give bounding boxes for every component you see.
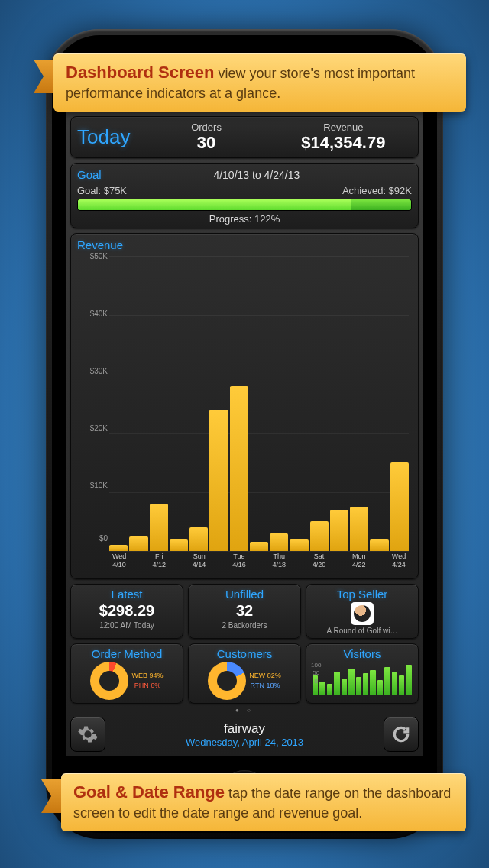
page-indicator[interactable]: ● ○ (70, 707, 419, 714)
customers-rtn: RTN 18% (249, 681, 281, 691)
customers-donut (208, 662, 246, 700)
visitors-y-axis: 100500 (311, 662, 321, 685)
topseller-thumb (351, 602, 374, 625)
settings-button[interactable] (70, 717, 105, 752)
latest-tile[interactable]: Latest $298.29 12:00 AM Today (70, 584, 183, 639)
orders-value: 30 (138, 133, 274, 153)
chart-title: Revenue (77, 238, 412, 251)
app-screen: Today Orders 30 Revenue $14,354.79 Goal … (66, 112, 423, 756)
tiles-row-2: Order Method WEB 94% PHN 6% Customers (70, 643, 419, 704)
topseller-tile[interactable]: Top Seller A Round of Golf wi… (306, 584, 419, 639)
progress-label: Progress: 122% (77, 213, 412, 225)
goal-amount: Goal: $75K (77, 185, 127, 196)
goal-card[interactable]: Goal 4/10/13 to 4/24/13 Goal: $75K Achie… (70, 163, 419, 228)
ordermethod-donut (90, 662, 128, 700)
customers-title: Customers (192, 647, 297, 660)
phone-inner: Today Orders 30 Revenue $14,354.79 Goal … (52, 35, 437, 833)
goal-title: Goal (77, 168, 102, 181)
orders-label: Orders (138, 121, 274, 133)
chart-area: $50K$40K$30K$20K$10K$0 Wed4/10 Fri4/12 S… (79, 256, 410, 572)
ribbon-icon (34, 60, 53, 93)
customers-new: NEW 82% (249, 671, 281, 681)
ordermethod-title: Order Method (74, 647, 180, 660)
topseller-title: Top Seller (309, 588, 415, 601)
visitors-sparkline: 100500 (309, 662, 415, 695)
latest-value: $298.29 (74, 602, 180, 620)
current-date: Wednesday, April 24, 2013 (110, 737, 379, 748)
revenue-value: $14,354.79 (275, 133, 412, 153)
chart-bars (109, 256, 409, 551)
callout-bottom-title: Goal & Date Range (73, 782, 225, 802)
callout-top-title: Dashboard Screen (66, 63, 214, 82)
revenue-chart-card[interactable]: Revenue $50K$40K$30K$20K$10K$0 Wed4/10 F… (70, 233, 419, 579)
unfilled-value: 32 (192, 602, 297, 620)
footer-bar: fairway Wednesday, April 24, 2013 (70, 717, 419, 752)
summary-card[interactable]: Today Orders 30 Revenue $14,354.79 (70, 116, 419, 158)
tiles-row-1: Latest $298.29 12:00 AM Today Unfilled 3… (70, 584, 419, 639)
revenue-label: Revenue (275, 121, 412, 133)
ribbon-icon (41, 779, 61, 813)
refresh-button[interactable] (384, 717, 419, 752)
callout-dashboard: Dashboard Screen view your store's most … (53, 53, 466, 112)
x-axis: Wed4/10 Fri4/12 Sun4/14 Tue4/16 Thu4/18 … (109, 552, 409, 572)
ordermethod-tile[interactable]: Order Method WEB 94% PHN 6% (70, 643, 183, 704)
y-axis: $50K$40K$30K$20K$10K$0 (79, 256, 108, 551)
topseller-sub: A Round of Golf wi… (309, 627, 415, 635)
visitors-title: Visitors (309, 647, 415, 660)
ordermethod-web: WEB 94% (131, 671, 163, 681)
latest-sub: 12:00 AM Today (74, 621, 180, 630)
goal-date-range[interactable]: 4/10/13 to 4/24/13 (102, 169, 412, 181)
unfilled-tile[interactable]: Unfilled 32 2 Backorders (188, 584, 301, 639)
achieved-amount: Achieved: $92K (342, 185, 412, 196)
store-name: fairway (110, 721, 379, 737)
phone-frame: Today Orders 30 Revenue $14,354.79 Goal … (46, 29, 443, 839)
customers-legend: NEW 82% RTN 18% (249, 671, 281, 690)
revenue-stat: Revenue $14,354.79 (275, 121, 412, 153)
refresh-icon (391, 724, 411, 744)
visitors-tile[interactable]: Visitors 100500 (306, 643, 419, 704)
unfilled-title: Unfilled (192, 588, 297, 601)
latest-title: Latest (74, 588, 180, 601)
customers-tile[interactable]: Customers NEW 82% RTN 18% (188, 643, 301, 704)
footer-info: fairway Wednesday, April 24, 2013 (110, 721, 379, 748)
gear-icon (77, 724, 99, 745)
ordermethod-phn: PHN 6% (131, 681, 163, 691)
callout-goal: Goal & Date Range tap the date range on … (61, 773, 466, 831)
unfilled-sub: 2 Backorders (192, 621, 297, 630)
period-label[interactable]: Today (77, 125, 138, 149)
progress-bright (78, 199, 351, 210)
ordermethod-legend: WEB 94% PHN 6% (131, 671, 163, 690)
goal-progress-bar (77, 199, 412, 211)
orders-stat: Orders 30 (138, 121, 274, 153)
